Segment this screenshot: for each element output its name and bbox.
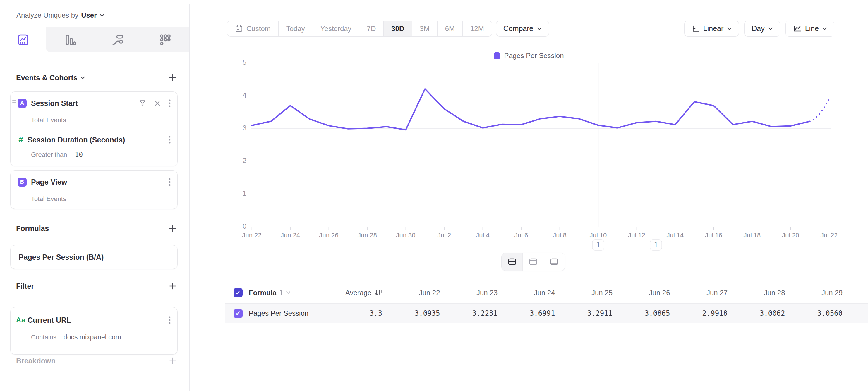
date-value-cell: 3.2911 <box>563 309 620 317</box>
chevron-down-icon[interactable] <box>81 76 85 79</box>
event-title[interactable]: Page View <box>31 178 67 187</box>
x-tick-label: Jul 20 <box>782 231 799 239</box>
date-column-header[interactable]: Jun 23 <box>448 289 505 297</box>
group-header[interactable]: Formula 1 <box>247 289 329 297</box>
date-column-header[interactable]: Jun 25 <box>563 289 620 297</box>
event-title[interactable]: Session Start <box>31 99 78 108</box>
event-letter-badge: B <box>18 178 27 187</box>
filter-condition: Contains docs.mixpanel.com <box>10 333 177 341</box>
x-tick-label: Jul 4 <box>476 231 489 239</box>
chart-focus-icon <box>529 258 537 266</box>
analyze-value-dropdown[interactable]: User <box>81 11 97 19</box>
kebab-menu-icon[interactable] <box>168 99 171 107</box>
event-row-page-view[interactable]: B Page View <box>10 171 177 193</box>
measurement-label[interactable]: Total Events <box>31 116 66 124</box>
layout-chart-focus-button[interactable] <box>522 253 544 271</box>
formula-card[interactable]: Pages Per Session (B/A) <box>10 245 178 269</box>
filter-section-header: Filter <box>16 281 178 291</box>
add-breakdown-button[interactable] <box>168 356 178 366</box>
x-tick-label: Jul 6 <box>515 231 528 239</box>
report-main-area: CustomTodayYesterday7D30D3M6M12M Compare… <box>190 0 868 391</box>
x-tick-label: Jul 8 <box>553 231 566 239</box>
measurement-label[interactable]: Total Events <box>31 195 66 203</box>
layout-split-view-button[interactable] <box>502 253 522 271</box>
row-label[interactable]: Pages Per Session <box>249 309 308 317</box>
average-value: 3.3 <box>370 309 382 317</box>
tab-flows[interactable] <box>94 27 141 52</box>
add-formula-button[interactable] <box>168 223 178 233</box>
line-chart: 012345Jun 22Jun 24Jun 26Jun 28Jun 30Jul … <box>190 0 868 256</box>
operator-label[interactable]: Contains <box>31 334 57 341</box>
date-column-header[interactable]: Jun 22 <box>390 289 448 297</box>
kebab-menu-icon[interactable] <box>168 316 171 324</box>
plus-icon <box>168 74 177 82</box>
breakdown-section-title: Breakdown <box>16 357 56 365</box>
flows-icon <box>112 34 124 46</box>
plus-icon <box>168 224 177 232</box>
x-tick-label: Jun 30 <box>396 231 415 239</box>
results-table: ✓ Formula 1 Average Jun 22Jun 23Jun 24Ju… <box>225 282 868 323</box>
property-title[interactable]: Session Duration (Seconds) <box>28 136 125 144</box>
kebab-menu-icon[interactable] <box>168 136 171 144</box>
query-builder-sidebar: Analyze Uniques by User Events & Cohorts <box>0 4 190 391</box>
operator-value[interactable]: docs.mixpanel.com <box>63 333 121 341</box>
chevron-down-icon <box>286 291 290 294</box>
event-measurement[interactable]: Total Events <box>10 116 177 124</box>
filter-row-current-url[interactable]: Aa Current URL <box>10 307 177 333</box>
average-header[interactable]: Average <box>329 289 390 297</box>
add-event-button[interactable] <box>168 73 178 83</box>
date-column-header[interactable]: Jun 27 <box>678 289 736 297</box>
x-tick-label: Jun 28 <box>358 231 377 239</box>
property-row-session-duration[interactable]: # Session Duration (Seconds) <box>10 131 177 149</box>
x-tick-label: Jun 26 <box>319 231 338 239</box>
table-focus-icon <box>550 258 559 266</box>
date-column-header[interactable]: Jun 26 <box>620 289 678 297</box>
sort-icon <box>374 289 382 297</box>
y-tick-label: 1 <box>243 190 246 197</box>
group-label: Formula <box>249 289 277 297</box>
row-checkbox[interactable]: ✓ <box>234 309 243 318</box>
formulas-section-title: Formulas <box>16 224 49 233</box>
date-value-cell: 2.9918 <box>678 309 736 317</box>
x-tick-label: Jun 22 <box>242 231 261 239</box>
date-column-header[interactable]: Jun 28 <box>735 289 793 297</box>
layout-table-focus-button[interactable] <box>544 253 565 271</box>
event-row-session-start[interactable]: A Session Start <box>10 92 177 115</box>
x-tick-label: Jun 24 <box>281 231 300 239</box>
events-section-title: Events & Cohorts <box>16 74 78 82</box>
formulas-section-header: Formulas <box>16 223 178 233</box>
drag-handle-icon[interactable] <box>12 100 16 104</box>
date-column-headers: Jun 22Jun 23Jun 24Jun 25Jun 26Jun 27Jun … <box>390 289 850 297</box>
layout-toggle <box>501 253 565 271</box>
y-tick-label: 5 <box>243 59 246 66</box>
add-filter-button[interactable] <box>168 281 178 291</box>
event-card-session-start: A Session Start Total Events # Session D… <box>10 91 178 166</box>
filter-funnel-icon[interactable] <box>139 100 146 107</box>
annotation-badge-label: 1 <box>596 241 600 249</box>
kebab-menu-icon[interactable] <box>168 178 171 186</box>
select-all-checkbox[interactable]: ✓ <box>234 288 243 297</box>
chevron-down-icon[interactable] <box>99 14 104 17</box>
operator-label[interactable]: Greater than <box>31 151 67 159</box>
x-tick-label: Jul 12 <box>628 231 645 239</box>
formula-title[interactable]: Pages Per Session (B/A) <box>19 253 103 261</box>
series-projection-dotted <box>810 99 829 121</box>
event-measurement[interactable]: Total Events <box>10 195 177 203</box>
date-column-header[interactable]: Jun 29 <box>793 289 850 297</box>
date-value-cells: 3.09353.22313.69913.29113.08652.99183.00… <box>390 309 850 317</box>
operator-value[interactable]: 10 <box>75 151 83 158</box>
report-type-tabs <box>0 27 189 52</box>
tab-funnels[interactable] <box>46 27 94 52</box>
remove-x-icon[interactable] <box>154 100 161 106</box>
date-value-cell: 3.0865 <box>620 309 678 317</box>
numeric-property-icon: # <box>14 135 28 144</box>
insights-report-page: Analyze Uniques by User Events & Cohorts <box>0 0 868 391</box>
tab-insights[interactable] <box>0 27 46 52</box>
y-tick-label: 2 <box>243 157 246 164</box>
filter-title[interactable]: Current URL <box>28 316 71 325</box>
group-number: 1 <box>279 289 283 297</box>
date-column-header[interactable]: Jun 24 <box>505 289 563 297</box>
filter-card-current-url: Aa Current URL Contains docs.mixpanel.co… <box>10 307 178 355</box>
x-tick-label: Jul 14 <box>666 231 684 239</box>
tab-retention[interactable] <box>141 27 189 52</box>
